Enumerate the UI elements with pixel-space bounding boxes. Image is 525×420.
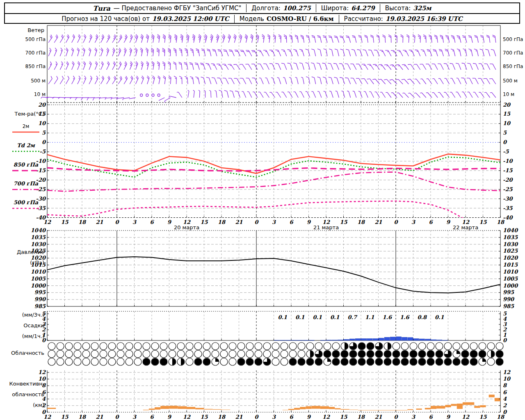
cloud-cover-symbol [91,342,98,350]
wind-barb-feather [346,49,349,50]
time-label: 15 [340,219,347,225]
wind-barb [388,50,391,56]
wind-barb [343,50,345,56]
wind-barb [371,92,374,98]
wind-barb [436,50,438,56]
wind-barb-feather [173,63,176,64]
cloud-cover-symbol [203,350,210,358]
wind-barb [349,37,351,43]
pressure-tick-label: 1035 [503,234,518,240]
cloud-cover-symbol [237,350,245,358]
temp-tick-label: -5 [503,148,509,155]
cloud-cover-symbol [194,342,202,350]
wind-barb-feather [162,48,165,50]
wind-barb-row [48,48,496,56]
cloud-cover-fill [327,358,331,362]
wind-barb-feather [340,36,342,37]
wind-barb-row [41,90,496,103]
wind-barb-feather [271,78,273,78]
wind-barb [353,64,356,70]
precip-bar [419,339,425,340]
cloud-cover-fill [457,351,460,354]
wind-barb [221,91,223,98]
wind-barb-feather [468,35,471,36]
convective-cloud-bar [204,409,213,410]
precip-unit-1h-label: (мм/1ч.) [0,333,44,339]
wind-barb-feather [114,76,116,78]
wind-barb [452,78,455,84]
wind-barb [303,36,304,43]
time-label: 18 [357,414,365,420]
cloud-cover-fill [358,343,365,350]
wind-barb [112,79,116,84]
wind-barb-feather [288,50,290,50]
wind-barb-feather [187,39,188,41]
cloud-cover-fill [479,351,486,358]
convective-cloud-bar [463,402,474,405]
calm-wind-icon [140,94,143,96]
wind-barb-feather [111,98,112,100]
wind-barb-feather [102,38,103,39]
wind-barb-feather [190,77,193,78]
cloud-cover-symbol [48,342,55,350]
wind-barb [292,36,292,43]
time-label: 18 [78,219,87,225]
wind-barb-feather [130,65,131,66]
wind-barb [343,91,345,98]
wind-barb-feather [317,35,320,36]
convective-cloud-bar [169,406,178,409]
convective-cloud-bar [489,395,495,397]
wind-barb [295,92,299,98]
wind-barb-feather [62,64,62,65]
time-label: 0 [394,414,398,420]
wind-barb [83,37,86,43]
wind-barb [437,36,438,43]
wind-barb [198,78,199,84]
pressure-panel: 1040104010351035103010301025102510201020… [31,227,518,309]
wind-barb-feather [141,51,142,52]
wind-barb-feather [67,36,68,38]
wind-barb-feather [288,63,290,64]
wind-barb [112,98,118,98]
wind-barb-feather [252,78,255,78]
wind-barb-feather [402,93,404,93]
wind-barb-feather [55,48,57,50]
wind-barb [382,92,386,98]
legend-label: 2м [23,123,30,129]
wind-barb [309,78,310,84]
wind-barb-feather [490,92,492,93]
wind-barb [457,92,461,98]
temp-tick-label: -5 [40,148,46,155]
wind-barb [194,91,194,98]
wind-barb [331,78,333,84]
cloud-cover-fill [462,358,469,365]
time-label: 18 [497,414,505,420]
day-label: 20 марта [174,224,199,231]
wind-barb-feather [480,35,483,36]
temp-tick-label: 0 [42,139,46,145]
wind-barb-feather [61,48,62,50]
calm-wind-icon [152,94,154,96]
wind-barb [404,93,409,98]
wind-barb [78,78,80,84]
convective-cloud-bar [283,410,288,410]
wind-barb-feather [73,34,75,37]
cloud-cover-symbol [289,342,297,350]
time-label: 18 [357,219,365,225]
cloud-cover-fill [410,351,417,358]
wind-barb-feather [90,36,91,38]
wind-barb-feather [283,51,285,52]
wind-barb-feather [157,50,159,51]
temp-tick-label: 15 [503,111,511,117]
wind-barb [260,92,263,98]
wind-barb [348,78,350,84]
wind-barb [209,78,211,84]
wind-barb [231,64,235,70]
wind-barb [393,65,397,70]
wind-barb [208,64,211,70]
cloud-cover-symbol [100,358,107,365]
wind-barb [271,92,275,98]
cloud-cover-symbol [229,358,236,365]
convective-cloud-bar [329,407,335,409]
wind-barb-feather [281,63,284,64]
